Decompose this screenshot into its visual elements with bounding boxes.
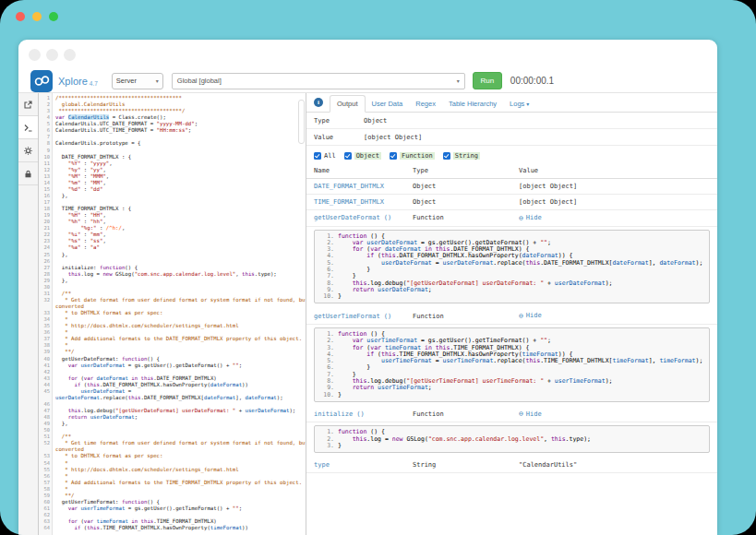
line-number: 55	[39, 467, 53, 473]
hide-toggle-link[interactable]: ⊖Hide	[519, 410, 542, 418]
source-line: 10.}	[318, 392, 705, 398]
code-text: "%h" : "hh",	[53, 219, 106, 225]
line-number	[39, 303, 53, 310]
run-button[interactable]: Run	[473, 72, 502, 89]
checkbox-checked-icon[interactable]	[314, 152, 321, 160]
line-number: 9	[39, 148, 53, 154]
code-text: this.log = new GSLog("com.snc.app.calend…	[53, 271, 277, 278]
code-line: 26	[39, 258, 306, 265]
tab-output[interactable]: Output	[330, 95, 366, 113]
line-number: 23	[39, 238, 53, 244]
property-name-link[interactable]: getUserDateFormat ()	[314, 214, 413, 221]
code-text	[53, 427, 55, 434]
hide-icon: ⊖	[519, 215, 523, 221]
code-line: 59 **/	[39, 493, 306, 499]
source-line-number: 10.	[318, 392, 338, 398]
code-text: global.CalendarUtils	[53, 101, 125, 108]
line-number: 62	[39, 512, 53, 518]
code-line: 62	[39, 512, 306, 518]
filter-all[interactable]: All	[314, 152, 336, 160]
script-editor[interactable]: 1/**************************************…	[39, 93, 306, 535]
line-number: 46	[39, 401, 53, 408]
minimize-window-icon[interactable]	[32, 12, 42, 21]
source-code-text: userDateFormat = userDateFormat.replace(…	[338, 260, 702, 267]
property-type: Function	[413, 410, 519, 418]
code-text: ***************************************/	[53, 108, 185, 114]
line-number: 20	[39, 219, 53, 225]
hide-label: Hide	[526, 312, 542, 319]
checkbox-checked-icon[interactable]	[344, 152, 352, 160]
tab-table-hierarchy[interactable]: Table Hierarchy	[442, 96, 503, 112]
code-text: *	[53, 316, 68, 323]
column-header: Name	[314, 167, 413, 174]
filter-function[interactable]: Function	[390, 152, 435, 160]
ghost-dot	[46, 49, 58, 61]
filter-label: String	[453, 152, 480, 160]
tab-logs[interactable]: Logs▾	[503, 96, 535, 112]
sidebar-item-console[interactable]	[18, 116, 38, 139]
code-line: 50	[39, 427, 306, 434]
code-text: /***************************************	[53, 95, 182, 101]
tab-user-data[interactable]: User Data	[366, 96, 410, 112]
code-line: 17	[39, 199, 306, 206]
line-number: 7	[39, 134, 53, 140]
hide-label: Hide	[526, 214, 542, 221]
property-name-link[interactable]: getUserTimeFormat ()	[314, 313, 413, 320]
code-line: 15 "%d" : "dd"	[39, 186, 306, 193]
filter-label: All	[324, 152, 336, 160]
source-line: 5. userTimeFormat = userTimeFormat.repla…	[318, 358, 705, 364]
result-summary: TypeObjectValue[object Object]	[306, 113, 717, 146]
code-text	[53, 401, 55, 408]
code-text: CalendarUtils.prototype = {	[53, 140, 140, 147]
code-line: 38 *	[39, 342, 306, 349]
hide-toggle-link[interactable]: ⊖Hide	[519, 214, 542, 221]
checkbox-checked-icon[interactable]	[390, 152, 397, 160]
code-line: 22 "%i" : "mm",	[39, 232, 306, 238]
code-text: var CalendarUtils = Class.create();	[53, 114, 166, 121]
sidebar-item-open-in-new[interactable]	[18, 93, 38, 116]
summary-row: TypeObject	[306, 113, 717, 129]
info-icon[interactable]: i	[314, 98, 323, 107]
property-name-link[interactable]: initialize ()	[314, 410, 413, 418]
lock-icon	[24, 170, 32, 178]
line-number: 31	[39, 291, 53, 297]
code-text: this.log.debug("[getUserDateFormat] user…	[53, 408, 295, 414]
traffic-lights	[16, 12, 58, 21]
code-line: 43 for (var dateFormat in this.DATE_FORM…	[39, 375, 306, 382]
property-name-link[interactable]: DATE_FORMAT_DHTMLX	[314, 183, 413, 190]
code-line: 14 "%m" : "MM",	[39, 180, 306, 186]
sidebar-item-settings[interactable]	[18, 139, 38, 162]
line-number: 41	[39, 363, 53, 369]
tab-regex[interactable]: Regex	[409, 96, 442, 112]
scope-select[interactable]: Global [global] ▾	[172, 73, 465, 89]
code-text: converted	[53, 303, 84, 310]
close-window-icon[interactable]	[16, 12, 25, 21]
code-line: 49 },	[39, 421, 306, 427]
server-select[interactable]: Server ▾	[112, 73, 163, 89]
code-text: userDateFormat =	[53, 388, 131, 395]
code-line: 60 getUserTimeFormat: function() {	[39, 499, 306, 505]
property-name-link[interactable]: TIME_FORMAT_DHTMLX	[314, 198, 413, 206]
zoom-window-icon[interactable]	[49, 12, 58, 21]
hide-toggle-link[interactable]: ⊖Hide	[519, 312, 542, 319]
code-text: TIME_FORMAT_DHTMLX : {	[53, 206, 131, 212]
code-text: * Get date format from user defined form…	[53, 297, 306, 303]
property-type: Object	[413, 198, 519, 206]
sidebar-item-security[interactable]	[18, 162, 38, 185]
line-number: 50	[39, 427, 53, 434]
filter-string[interactable]: String	[443, 152, 480, 160]
code-line: 40 getUserDateFormat: function() {	[39, 356, 306, 363]
property-name-link[interactable]: type	[314, 461, 413, 469]
code-text: * to DHTMLX format as per spec:	[53, 453, 162, 459]
checkbox-checked-icon[interactable]	[443, 152, 450, 160]
code-text: "%M" : "MMM",	[53, 173, 109, 180]
filter-object[interactable]: Object	[344, 152, 381, 160]
code-text: * Get time format from user defined form…	[53, 440, 306, 446]
line-number: 12	[39, 167, 53, 173]
source-line-number: 10.	[318, 293, 338, 300]
property-value: "CalendarUtils"	[519, 461, 710, 469]
ghost-dot	[29, 49, 41, 61]
editor-scrollbar[interactable]	[298, 100, 305, 144]
line-number: 10	[39, 154, 53, 160]
line-number: 8	[39, 140, 53, 147]
